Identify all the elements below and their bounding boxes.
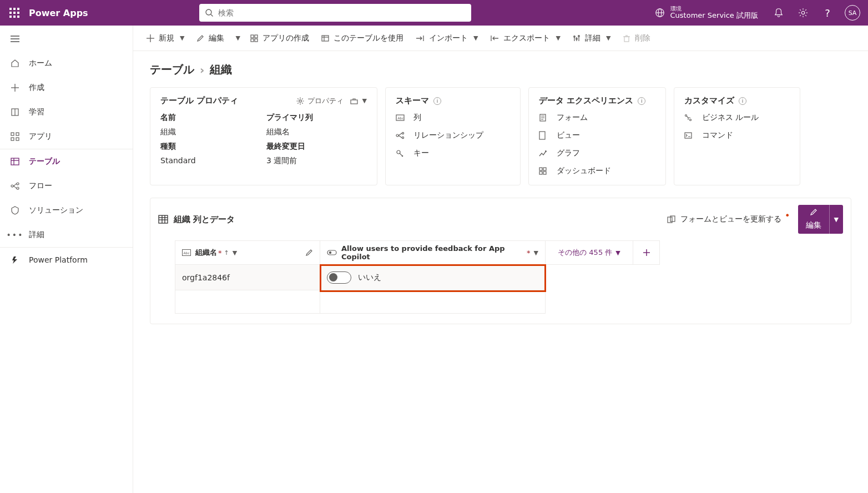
grid-new-row[interactable] — [320, 290, 546, 314]
cmd-edit[interactable]: 編集 — [191, 30, 230, 47]
svg-rect-16 — [16, 138, 19, 140]
edit-button-split[interactable]: ▼ — [829, 205, 843, 234]
item-label: ダッシュボード — [557, 166, 611, 176]
chevron-down-icon: ▼ — [362, 97, 367, 104]
custom-business-rules[interactable]: ビジネス ルール — [684, 113, 790, 123]
search-box[interactable] — [199, 4, 471, 22]
grid-cell-allow[interactable]: いいえ — [320, 265, 546, 290]
svg-rect-56 — [543, 172, 546, 174]
svg-rect-41 — [351, 100, 357, 104]
cmd-label: このテーブルを使用 — [334, 33, 403, 43]
svg-point-20 — [11, 185, 13, 187]
left-nav: ホーム 作成 学習 アプリ テーブル フロー ソリューション ••• — [0, 26, 133, 493]
item-label: キー — [413, 148, 429, 158]
column-header-allow[interactable]: Allow users to provide feedback for App … — [320, 240, 546, 265]
properties-link[interactable]: プロパティ — [296, 96, 344, 106]
relationship-icon — [396, 132, 406, 139]
text-column-icon: Abc — [182, 249, 191, 256]
info-icon[interactable]: i — [638, 97, 645, 105]
custom-commands[interactable]: コマンド — [684, 130, 790, 140]
nav-collapse-button[interactable] — [0, 27, 133, 51]
nav-learn[interactable]: 学習 — [0, 100, 133, 124]
edit-button[interactable]: 編集 — [798, 205, 829, 234]
column-header-name[interactable]: Abc 組織名 * ↑ ▼ — [175, 240, 320, 265]
nav-solutions[interactable]: ソリューション — [0, 198, 133, 223]
cmd-label: エクスポート — [503, 33, 550, 43]
cmd-export[interactable]: エクスポート ▼ — [485, 30, 566, 47]
nav-label: ソリューション — [29, 205, 83, 215]
other-columns-button[interactable]: その他の 455 件 ▼ — [546, 240, 633, 265]
update-forms-views-link[interactable]: フォームとビューを更新する • — [667, 214, 791, 224]
notifications-button[interactable] — [767, 0, 790, 26]
dataexp-forms[interactable]: フォーム — [539, 113, 655, 123]
tools-dropdown[interactable]: ▼ — [350, 97, 367, 104]
card-title: テーブル プロパティ — [160, 95, 238, 106]
cmd-details[interactable]: 詳細 ▼ — [567, 30, 616, 47]
svg-rect-29 — [322, 36, 329, 41]
chevron-down-icon: ▼ — [834, 216, 839, 223]
required-indicator: * — [218, 249, 222, 257]
cmd-create-app[interactable]: アプリの作成 — [245, 30, 315, 47]
toggle-label: いいえ — [358, 273, 381, 283]
info-icon[interactable]: i — [433, 97, 441, 105]
user-avatar[interactable]: SA — [845, 5, 860, 21]
dashboard-icon — [539, 167, 549, 175]
schema-columns[interactable]: Abc 列 — [396, 113, 510, 123]
allow-toggle[interactable] — [327, 271, 351, 284]
help-button[interactable]: ? — [816, 0, 839, 26]
toolbox-icon — [350, 98, 358, 104]
card-schema: スキーマ i Abc 列 リレーションシップ — [385, 87, 521, 185]
nav-apps[interactable]: アプリ — [0, 124, 133, 149]
nav-flows[interactable]: フロー — [0, 174, 133, 198]
cmd-new[interactable]: 新規 ▼ — [141, 30, 190, 47]
grid-new-row[interactable] — [175, 290, 320, 314]
app-name-label: Power Apps — [29, 8, 88, 18]
app-icon — [250, 34, 258, 42]
nav-more[interactable]: ••• 詳細 — [0, 223, 133, 247]
card-title: スキーマ — [396, 95, 429, 106]
chevron-down-icon: ▼ — [534, 249, 538, 256]
card-data-experience: データ エクスペリエンス i フォーム ビュー — [528, 87, 666, 185]
nav-tables[interactable]: テーブル — [0, 149, 133, 174]
chevron-down-icon: ▼ — [615, 249, 620, 256]
schema-keys[interactable]: キー — [396, 148, 510, 158]
schema-relationships[interactable]: リレーションシップ — [396, 130, 510, 140]
cmd-use-table[interactable]: このテーブルを使用 — [316, 30, 409, 47]
add-column-button[interactable] — [633, 240, 660, 265]
prop-kind-value: Standard — [160, 156, 261, 166]
item-label: コマンド — [702, 130, 733, 140]
grid-cell-name[interactable]: orgf1a2846f — [175, 265, 320, 290]
environment-picker[interactable]: 環境 Customer Service 試用版 — [647, 6, 766, 20]
solutions-icon — [10, 206, 20, 215]
dataexp-charts[interactable]: グラフ — [539, 148, 655, 158]
svg-rect-26 — [255, 35, 258, 38]
cmd-delete: 削除 — [617, 30, 656, 47]
svg-rect-17 — [11, 158, 19, 165]
nav-home[interactable]: ホーム — [0, 51, 133, 76]
gear-icon — [296, 97, 304, 105]
nav-label: フロー — [29, 181, 52, 191]
edit-column-icon[interactable] — [305, 249, 313, 256]
nav-create[interactable]: 作成 — [0, 76, 133, 100]
avatar-initials: SA — [849, 9, 857, 17]
top-right-actions: 環境 Customer Service 試用版 ? SA — [647, 0, 865, 26]
cmd-import[interactable]: インポート ▼ — [410, 30, 483, 47]
app-launcher-button[interactable] — [3, 0, 26, 26]
breadcrumb-root[interactable]: テーブル — [150, 62, 194, 77]
search-icon — [205, 8, 214, 17]
cmd-edit-split[interactable]: ▼ — [231, 31, 243, 45]
nav-power-platform[interactable]: Power Platform — [0, 248, 133, 272]
svg-rect-54 — [543, 168, 546, 170]
dataexp-dashboards[interactable]: ダッシュボード — [539, 166, 655, 176]
nav-label: テーブル — [29, 157, 60, 167]
grid-column-other: その他の 455 件 ▼ — [546, 240, 633, 314]
info-icon[interactable]: i — [739, 97, 746, 105]
prop-primary-value: 組織名 — [266, 127, 367, 137]
card-customize: カスタマイズ i ビジネス ルール コマンド — [674, 87, 800, 185]
search-input[interactable] — [218, 8, 466, 17]
breadcrumb-separator: › — [200, 63, 204, 77]
settings-button[interactable] — [791, 0, 815, 26]
svg-rect-53 — [539, 168, 542, 170]
plus-icon — [147, 34, 154, 42]
dataexp-views[interactable]: ビュー — [539, 130, 655, 140]
